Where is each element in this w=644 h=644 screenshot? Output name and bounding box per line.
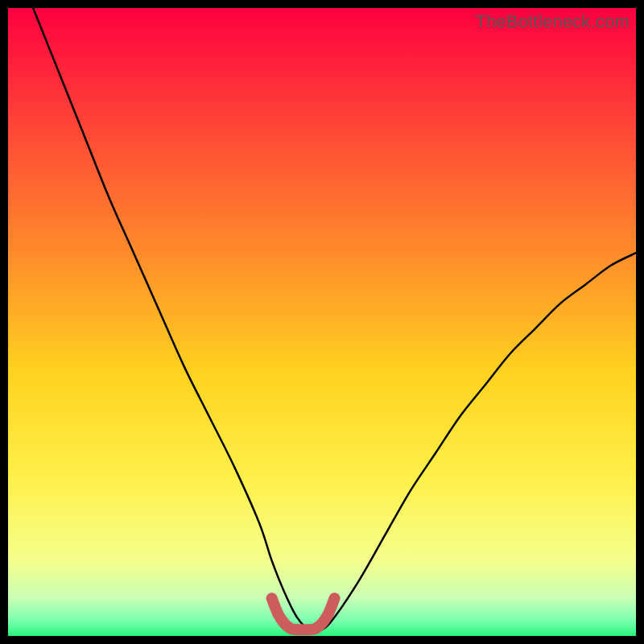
bottleneck-chart (8, 8, 636, 636)
chart-frame: TheBottleneck.com (8, 8, 636, 636)
